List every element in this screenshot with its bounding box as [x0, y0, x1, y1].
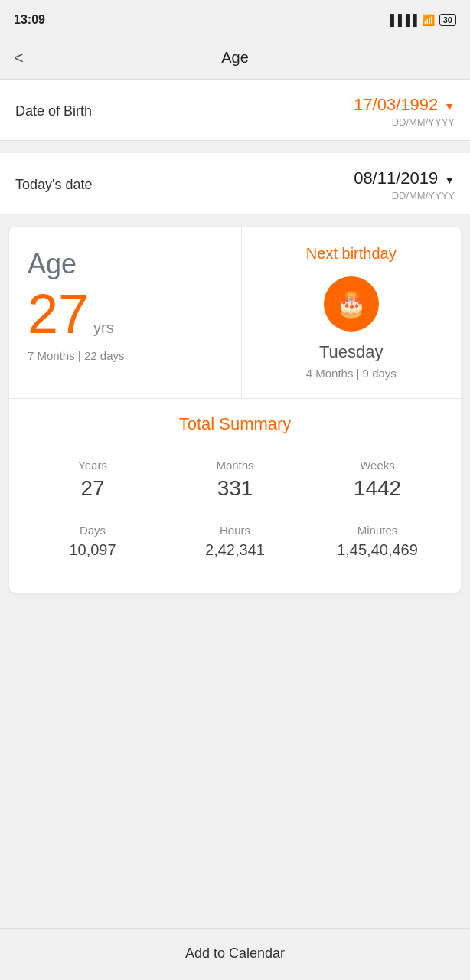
age-number: 27	[28, 286, 89, 341]
summary-value-hours: 2,42,341	[170, 541, 300, 559]
summary-label-weeks: Weeks	[312, 459, 442, 472]
page-title: Age	[221, 49, 249, 67]
card-top: Age 27 yrs 7 Months | 22 days Next birth…	[9, 227, 461, 399]
summary-cell-hours: Hours 2,42,341	[164, 516, 306, 574]
summary-value-years: 27	[28, 476, 158, 501]
summary-cell-years: Years 27	[21, 451, 164, 516]
bottom-area	[0, 605, 470, 697]
summary-label-hours: Hours	[170, 524, 300, 537]
main-card: Age 27 yrs 7 Months | 22 days Next birth…	[0, 214, 470, 605]
age-detail: 7 Months | 22 days	[28, 349, 223, 362]
summary-cell-weeks: Weeks 1442	[306, 451, 449, 516]
age-section-label: Age	[28, 248, 223, 280]
summary-label-years: Years	[28, 459, 158, 472]
signal-icon: ▐▐▐▐	[387, 14, 417, 26]
summary-cell-minutes: Minutes 1,45,40,469	[306, 516, 449, 574]
summary-cell-days: Days 10,097	[21, 516, 164, 574]
summary-section: Total Summary Years 27 Months 331 Weeks …	[9, 399, 461, 593]
summary-value-weeks: 1442	[312, 476, 442, 501]
date-of-birth-value[interactable]: 17/03/1992 ▼	[354, 95, 455, 115]
dob-dropdown-arrow: ▼	[441, 100, 455, 113]
age-unit: yrs	[93, 319, 114, 337]
header: < Age	[0, 37, 470, 80]
todays-date-row[interactable]: Today's date 08/11/2019 ▼ DD/MM/YYYY	[0, 153, 470, 214]
age-section: Age 27 yrs 7 Months | 22 days	[9, 227, 242, 398]
summary-value-months: 331	[170, 476, 300, 501]
summary-title: Total Summary	[21, 414, 449, 434]
birthday-title: Next birthday	[254, 245, 449, 263]
summary-value-days: 10,097	[28, 541, 158, 559]
status-icons: ▐▐▐▐ 📶 30	[387, 14, 456, 26]
todays-date-format: DD/MM/YYYY	[354, 190, 455, 201]
status-bar: 13:09 ▐▐▐▐ 📶 30	[0, 0, 470, 37]
summary-label-minutes: Minutes	[312, 524, 442, 537]
summary-value-minutes: 1,45,40,469	[312, 541, 442, 559]
birthday-detail: 4 Months | 9 days	[254, 367, 449, 380]
date-of-birth-format: DD/MM/YYYY	[354, 116, 455, 128]
summary-grid: Years 27 Months 331 Weeks 1442 Days 10,0…	[21, 451, 449, 574]
age-number-row: 27 yrs	[28, 286, 223, 341]
birthday-cake-icon: 🎂	[336, 289, 367, 318]
summary-cell-months: Months 331	[164, 451, 306, 516]
summary-label-days: Days	[28, 524, 158, 537]
date-of-birth-row[interactable]: Date of Birth 17/03/1992 ▼ DD/MM/YYYY	[0, 80, 470, 141]
back-button[interactable]: <	[14, 48, 24, 68]
birthday-section: Next birthday 🎂 Tuesday 4 Months | 9 day…	[242, 227, 462, 398]
today-dropdown-arrow: ▼	[441, 174, 455, 186]
birthday-icon-wrap: 🎂	[324, 276, 379, 332]
wifi-icon: 📶	[422, 14, 435, 26]
add-to-calendar-button[interactable]: Add to Calendar	[0, 928, 470, 980]
todays-date-value[interactable]: 08/11/2019 ▼	[354, 168, 455, 188]
result-card: Age 27 yrs 7 Months | 22 days Next birth…	[9, 227, 461, 593]
date-of-birth-value-wrap[interactable]: 17/03/1992 ▼ DD/MM/YYYY	[354, 95, 455, 128]
battery-icon: 30	[439, 14, 456, 26]
date-of-birth-label: Date of Birth	[15, 103, 92, 119]
todays-date-value-wrap[interactable]: 08/11/2019 ▼ DD/MM/YYYY	[354, 168, 455, 201]
status-time: 13:09	[14, 13, 45, 27]
birthday-day: Tuesday	[254, 342, 449, 362]
row-gap-1	[0, 141, 470, 153]
summary-label-months: Months	[170, 459, 300, 472]
todays-date-label: Today's date	[15, 177, 93, 193]
